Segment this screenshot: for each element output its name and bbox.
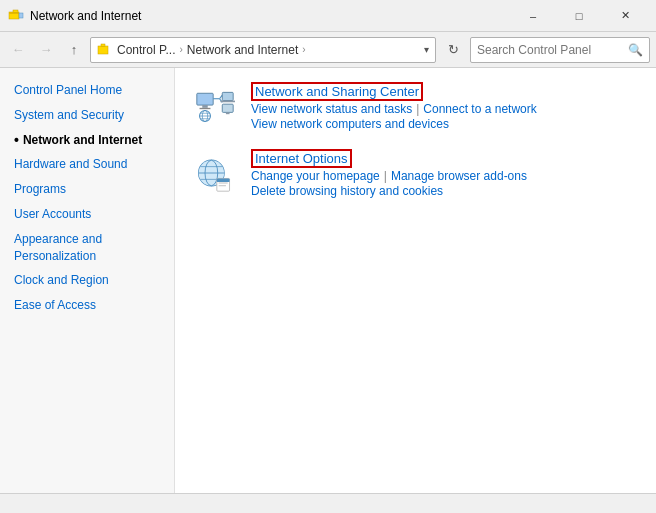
- main-layout: Control Panel Home System and Security •…: [0, 68, 656, 493]
- sidebar-label-system-security: System and Security: [14, 107, 124, 124]
- network-icon-svg: [195, 86, 235, 126]
- svg-rect-13: [220, 101, 235, 103]
- svg-rect-15: [226, 112, 230, 114]
- forward-button[interactable]: →: [34, 38, 58, 62]
- network-sharing-links-row1: View network status and tasks | Connect …: [251, 102, 537, 116]
- sidebar-item-user-accounts[interactable]: User Accounts: [0, 202, 174, 227]
- link-manage-addons[interactable]: Manage browser add-ons: [391, 169, 527, 183]
- sidebar-label-network-internet: Network and Internet: [23, 132, 142, 149]
- address-bar: ← → ↑ Control P... › Network and Interne…: [0, 32, 656, 68]
- search-icon[interactable]: 🔍: [628, 43, 643, 57]
- search-input[interactable]: [477, 43, 628, 57]
- network-sharing-section: Network and Sharing Center View network …: [191, 82, 640, 131]
- svg-rect-7: [202, 105, 207, 108]
- link-delete-browsing[interactable]: Delete browsing history and cookies: [251, 184, 443, 198]
- internet-options-links-row2: Delete browsing history and cookies: [251, 184, 527, 198]
- link-sep-2: |: [384, 169, 387, 183]
- internet-options-links-row1: Change your homepage | Manage browser ad…: [251, 169, 527, 183]
- close-button[interactable]: ✕: [602, 0, 648, 32]
- svg-rect-4: [98, 46, 108, 54]
- path-control-panel[interactable]: Control P...: [117, 43, 175, 57]
- svg-rect-2: [13, 10, 18, 13]
- sidebar-item-programs[interactable]: Programs: [0, 177, 174, 202]
- sidebar-item-clock-region[interactable]: Clock and Region: [0, 268, 174, 293]
- title-bar-buttons: – □ ✕: [510, 0, 648, 32]
- refresh-button[interactable]: ↻: [440, 37, 466, 63]
- sidebar-label-programs: Programs: [14, 181, 66, 198]
- sidebar-label-hardware-sound: Hardware and Sound: [14, 156, 127, 173]
- back-button[interactable]: ←: [6, 38, 30, 62]
- minimize-button[interactable]: –: [510, 0, 556, 32]
- title-bar-icon: [8, 8, 24, 24]
- sidebar-label-ease-access: Ease of Access: [14, 297, 96, 314]
- path-dropdown-arrow[interactable]: ▾: [424, 44, 429, 55]
- internet-options-text: Internet Options Change your homepage | …: [251, 149, 527, 198]
- internet-options-icon: [191, 149, 239, 197]
- path-sep-2: ›: [302, 44, 305, 55]
- title-bar-title: Network and Internet: [30, 9, 510, 23]
- up-button[interactable]: ↑: [62, 38, 86, 62]
- network-sharing-links-row2: View network computers and devices: [251, 117, 537, 131]
- active-bullet: •: [14, 132, 19, 149]
- path-sep-1: ›: [179, 44, 182, 55]
- address-path[interactable]: Control P... › Network and Internet › ▾: [90, 37, 436, 63]
- sidebar-label-control-panel-home: Control Panel Home: [14, 82, 122, 99]
- internet-options-section: Internet Options Change your homepage | …: [191, 149, 640, 198]
- sidebar-label-appearance-personalization: Appearance and Personalization: [14, 231, 160, 265]
- internet-options-title[interactable]: Internet Options: [251, 149, 352, 168]
- content-area: Network and Sharing Center View network …: [175, 68, 656, 493]
- link-change-homepage[interactable]: Change your homepage: [251, 169, 380, 183]
- folder-icon: [97, 42, 113, 58]
- svg-rect-6: [197, 93, 213, 105]
- path-network-internet[interactable]: Network and Internet: [187, 43, 298, 57]
- svg-rect-5: [101, 44, 105, 47]
- sidebar-item-system-security[interactable]: System and Security: [0, 103, 174, 128]
- svg-rect-14: [222, 104, 233, 112]
- sidebar-item-hardware-sound[interactable]: Hardware and Sound: [0, 152, 174, 177]
- internet-icon-svg: [195, 153, 235, 193]
- network-sharing-icon: [191, 82, 239, 130]
- svg-rect-12: [222, 92, 233, 100]
- svg-rect-8: [200, 108, 211, 109]
- network-sharing-title[interactable]: Network and Sharing Center: [251, 82, 423, 101]
- sidebar-item-ease-access[interactable]: Ease of Access: [0, 293, 174, 318]
- link-view-computers[interactable]: View network computers and devices: [251, 117, 449, 131]
- maximize-button[interactable]: □: [556, 0, 602, 32]
- search-box[interactable]: 🔍: [470, 37, 650, 63]
- status-bar: [0, 493, 656, 513]
- link-connect-network[interactable]: Connect to a network: [423, 102, 536, 116]
- svg-rect-30: [217, 178, 230, 182]
- link-view-network-status[interactable]: View network status and tasks: [251, 102, 412, 116]
- sidebar: Control Panel Home System and Security •…: [0, 68, 175, 493]
- sidebar-label-clock-region: Clock and Region: [14, 272, 109, 289]
- sidebar-item-network-internet[interactable]: • Network and Internet: [0, 128, 174, 153]
- link-sep-1: |: [416, 102, 419, 116]
- sidebar-item-appearance-personalization[interactable]: Appearance and Personalization: [0, 227, 174, 269]
- sidebar-label-user-accounts: User Accounts: [14, 206, 91, 223]
- network-sharing-text: Network and Sharing Center View network …: [251, 82, 537, 131]
- title-bar: Network and Internet – □ ✕: [0, 0, 656, 32]
- sidebar-item-control-panel-home[interactable]: Control Panel Home: [0, 78, 174, 103]
- svg-rect-3: [19, 13, 23, 18]
